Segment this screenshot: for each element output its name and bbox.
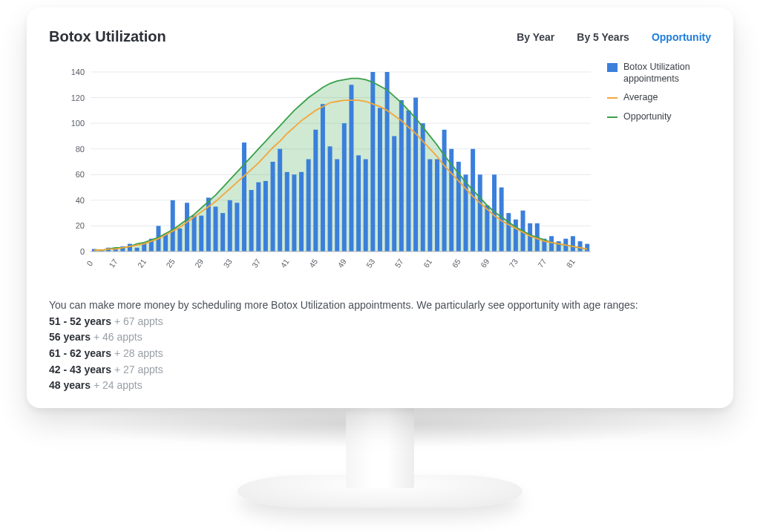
- bar: [406, 111, 410, 252]
- svg-text:25: 25: [164, 257, 177, 269]
- bar: [278, 149, 282, 252]
- bar: [485, 206, 489, 252]
- svg-text:69: 69: [479, 257, 491, 269]
- opportunity-range: 48 years: [49, 379, 91, 391]
- bar: [285, 172, 289, 252]
- opportunity-range: 42 - 43 years: [49, 364, 111, 375]
- tab-by-5-years[interactable]: By 5 Years: [577, 31, 629, 43]
- svg-text:120: 120: [71, 93, 85, 102]
- svg-text:37: 37: [250, 257, 263, 269]
- opportunity-row: 56 years + 46 appts: [49, 329, 711, 346]
- bar: [557, 241, 561, 252]
- bar: [249, 190, 254, 252]
- svg-text:80: 80: [76, 145, 85, 154]
- opportunity-appts: + 28 appts: [111, 347, 163, 359]
- monitor-neck: [346, 407, 414, 488]
- opportunity-range: 51 - 52 years: [49, 315, 111, 327]
- svg-text:45: 45: [307, 257, 320, 269]
- svg-text:77: 77: [536, 257, 548, 269]
- svg-text:49: 49: [335, 257, 348, 269]
- svg-text:21: 21: [136, 257, 148, 269]
- opportunity-range: 56 years: [49, 331, 91, 343]
- tab-opportunity[interactable]: Opportunity: [652, 31, 711, 43]
- header: Botox Utilization By Year By 5 Years Opp…: [49, 28, 711, 45]
- opportunity-intro: You can make more money by scheduling mo…: [49, 298, 711, 314]
- bar: [342, 123, 347, 252]
- bar: [292, 174, 296, 252]
- bar: [199, 216, 203, 252]
- bar: [571, 236, 575, 252]
- svg-text:0: 0: [80, 247, 85, 256]
- legend-swatch-bars: [607, 63, 618, 72]
- bar: [385, 72, 390, 252]
- bar: [256, 183, 261, 252]
- svg-text:41: 41: [278, 257, 291, 269]
- legend-item-average: Average: [607, 92, 705, 104]
- svg-text:65: 65: [450, 257, 462, 269]
- svg-text:33: 33: [221, 257, 234, 269]
- chart-area: 0204060801001201400172125293337414549535…: [49, 62, 711, 284]
- svg-text:81: 81: [564, 257, 577, 269]
- bar: [214, 207, 218, 252]
- bar: [392, 136, 396, 252]
- svg-text:17: 17: [107, 257, 119, 269]
- bar: [578, 241, 583, 252]
- bar: [235, 203, 239, 252]
- bar: [549, 236, 554, 252]
- svg-text:100: 100: [71, 119, 85, 128]
- bar: [442, 130, 447, 252]
- bar: [435, 160, 439, 252]
- svg-text:0: 0: [85, 259, 94, 268]
- bar: [192, 216, 197, 252]
- svg-text:73: 73: [507, 257, 520, 269]
- svg-text:29: 29: [193, 257, 206, 269]
- bar: [321, 104, 325, 252]
- bar: [177, 229, 182, 252]
- bar: [370, 72, 375, 252]
- chart-svg: 0204060801001201400172125293337414549535…: [49, 62, 598, 284]
- legend: Botox Utilization appointments Average O…: [607, 62, 705, 131]
- bar: [263, 181, 268, 252]
- bar: [271, 162, 275, 252]
- svg-text:61: 61: [422, 257, 434, 269]
- bar: [506, 213, 511, 252]
- bar: [220, 213, 225, 252]
- bar: [335, 160, 339, 252]
- bar: [478, 174, 482, 252]
- bar: [135, 248, 140, 252]
- opportunity-appts: + 24 appts: [91, 379, 142, 391]
- bar: [364, 160, 368, 252]
- legend-swatch-average: [607, 97, 618, 99]
- svg-text:57: 57: [393, 257, 405, 269]
- opportunity-row: 42 - 43 years + 27 appts: [49, 362, 711, 378]
- bar: [356, 155, 361, 252]
- legend-item-opportunity: Opportunity: [607, 111, 705, 123]
- bar: [378, 108, 382, 252]
- opportunity-row: 48 years + 24 appts: [49, 378, 711, 394]
- legend-label-opportunity: Opportunity: [623, 111, 672, 123]
- bar: [313, 130, 318, 252]
- opportunity-appts: + 67 appts: [111, 315, 163, 327]
- svg-text:140: 140: [71, 68, 85, 76]
- bar: [585, 244, 589, 252]
- legend-swatch-opportunity: [607, 116, 618, 118]
- opportunity-row: 61 - 62 years + 28 appts: [49, 346, 711, 362]
- svg-text:20: 20: [76, 221, 85, 230]
- bar: [428, 160, 432, 252]
- bar: [307, 160, 311, 252]
- opportunity-summary: You can make more money by scheduling mo…: [49, 298, 711, 394]
- bar: [242, 142, 246, 252]
- opportunity-appts: + 27 appts: [111, 364, 163, 375]
- bar: [349, 85, 353, 252]
- opportunity-range: 61 - 62 years: [49, 347, 111, 359]
- monitor-frame: Botox Utilization By Year By 5 Years Opp…: [27, 7, 733, 408]
- bar: [471, 149, 475, 252]
- bar: [228, 200, 232, 252]
- bar: [128, 244, 132, 252]
- tab-by-year[interactable]: By Year: [517, 31, 554, 43]
- svg-text:60: 60: [76, 170, 85, 179]
- page-title: Botox Utilization: [49, 28, 166, 45]
- tabs: By Year By 5 Years Opportunity: [517, 31, 711, 43]
- legend-label-bars: Botox Utilization appointments: [623, 62, 705, 85]
- opportunity-row: 51 - 52 years + 67 appts: [49, 314, 711, 330]
